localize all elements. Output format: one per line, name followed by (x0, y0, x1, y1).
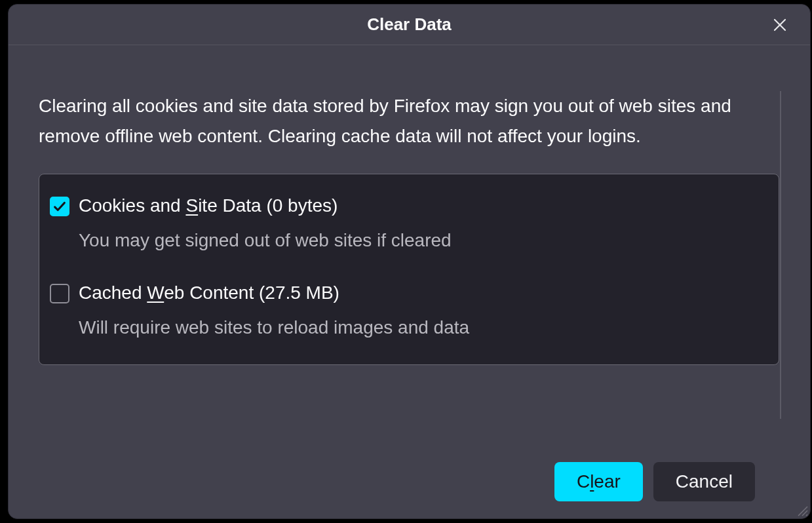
dialog-titlebar: Clear Data (9, 5, 810, 45)
dialog-content: Clearing all cookies and site data store… (9, 45, 810, 518)
dialog-title: Clear Data (367, 14, 452, 35)
option-cache: Cached Web Content (27.5 MB) Will requir… (50, 281, 765, 339)
cache-sublabel: Will require web sites to reload images … (79, 316, 765, 339)
dialog-buttons: Clear Cancel (39, 450, 783, 501)
clear-button[interactable]: Clear (554, 462, 643, 501)
cookies-texts: Cookies and Site Data (0 bytes) You may … (79, 194, 765, 252)
close-button[interactable] (767, 12, 793, 38)
cancel-button[interactable]: Cancel (653, 462, 755, 501)
cache-label[interactable]: Cached Web Content (27.5 MB) (79, 281, 765, 305)
check-icon (52, 199, 67, 214)
cache-checkbox[interactable] (50, 284, 69, 303)
option-cookies: Cookies and Site Data (0 bytes) You may … (50, 194, 765, 252)
scrollbar-track[interactable] (780, 91, 781, 419)
cookies-checkbox[interactable] (50, 197, 69, 216)
options-group: Cookies and Site Data (0 bytes) You may … (39, 174, 779, 365)
cookies-sublabel: You may get signed out of web sites if c… (79, 229, 765, 252)
close-icon (772, 17, 788, 33)
cache-texts: Cached Web Content (27.5 MB) Will requir… (79, 281, 765, 339)
clear-data-dialog: Clear Data Clearing all cookies and site… (8, 4, 811, 519)
cookies-label[interactable]: Cookies and Site Data (0 bytes) (79, 194, 765, 218)
dialog-description: Clearing all cookies and site data store… (39, 91, 746, 151)
